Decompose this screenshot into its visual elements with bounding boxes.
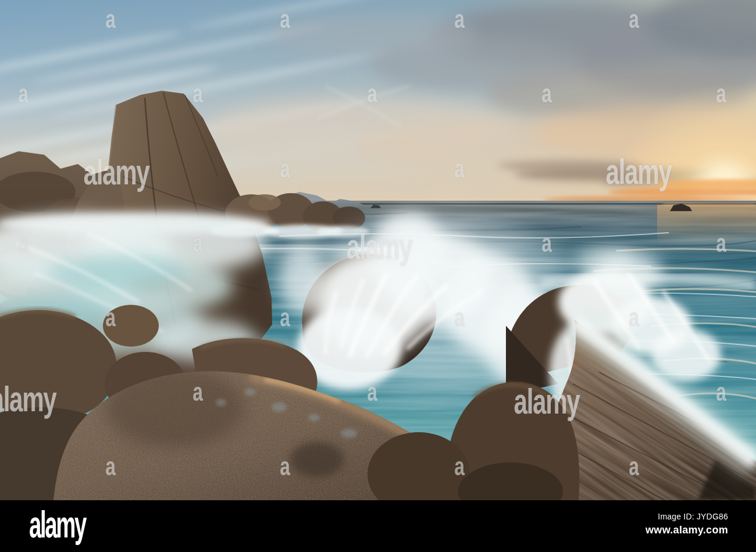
alamy-logo: alamy [29,506,85,543]
coastal-sunset-photo [0,0,756,500]
website-text: www.alamy.com [646,524,728,536]
footer-bar: alamy Image ID: JYDG86 www.alamy.com [0,500,756,552]
footer-meta: Image ID: JYDG86 www.alamy.com [646,512,728,536]
alamy-stock-photo-comp: aaaaaaaaaaaaaaaaaaaaaaaaaaalamyalamyalam… [0,0,756,552]
image-id-text: Image ID: JYDG86 [646,512,728,521]
